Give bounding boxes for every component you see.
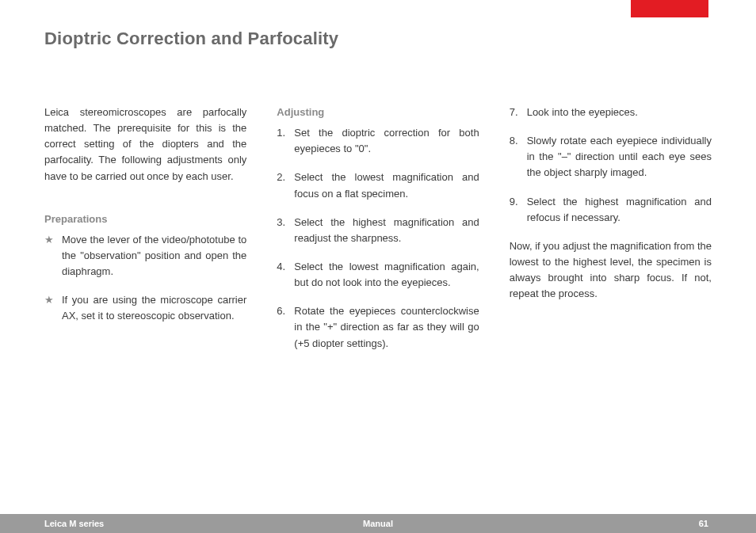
list-number: 9. [510, 194, 518, 210]
list-item-text: Set the dioptric correction for both eye… [294, 127, 479, 154]
list-item-text: Select the highest magnification and ref… [527, 196, 712, 223]
list-item: 4.Select the lowest magnification again,… [277, 259, 479, 291]
preparations-heading: Preparations [44, 211, 246, 227]
list-item: 3.Select the highest magnification and r… [277, 215, 479, 246]
list-item-text: Select the lowest magnification again, b… [294, 261, 479, 288]
list-item-text: If you are using the microscope carrier … [62, 294, 246, 322]
list-item-text: Select the lowest magnification and focu… [294, 171, 479, 199]
list-item: 2.Select the lowest magnification and fo… [277, 169, 479, 201]
page: Dioptric Correction and Parfocality Leic… [0, 0, 756, 533]
list-item-text: Slowly rotate each eyepiece individually… [527, 135, 712, 178]
list-number: 2. [277, 169, 285, 185]
content-columns: Leica stereomicroscopes are parfocally m… [44, 105, 712, 364]
column-3: 7.Look into the eyepieces. 8.Slowly rota… [510, 105, 712, 364]
list-item-text: Rotate the eyepieces counterclockwise in… [294, 305, 479, 348]
intro-paragraph: Leica stereomicroscopes are parfocally m… [44, 105, 246, 185]
star-icon: ★ [44, 292, 54, 308]
footer-left: Leica M series [44, 519, 104, 528]
list-item-text: Look into the eyepieces. [527, 106, 638, 118]
list-item-text: Select the highest magnification and rea… [294, 216, 479, 244]
star-icon: ★ [44, 232, 54, 248]
adjusting-list-a: 1.Set the dioptric correction for both e… [277, 125, 479, 352]
footer-page-number: 61 [699, 519, 708, 528]
list-item-text: Move the lever of the video/phototube to… [62, 234, 246, 277]
list-item: 6.Rotate the eyepieces counterclockwise … [277, 303, 479, 351]
list-number: 4. [277, 259, 285, 275]
list-item: ★ If you are using the microscope carrie… [44, 292, 246, 324]
column-2: Adjusting 1.Set the dioptric correction … [277, 105, 479, 364]
preparations-list: ★ Move the lever of the video/phototube … [44, 232, 246, 325]
page-footer: Leica M series Manual 61 [0, 514, 756, 533]
list-item: ★ Move the lever of the video/phototube … [44, 232, 246, 280]
list-item: 1.Set the dioptric correction for both e… [277, 125, 479, 157]
list-item: 8.Slowly rotate each eyepiece individual… [510, 133, 712, 181]
page-title: Dioptric Correction and Parfocality [44, 29, 338, 49]
footer-center: Manual [0, 519, 756, 528]
adjusting-heading: Adjusting [277, 105, 479, 120]
column-1: Leica stereomicroscopes are parfocally m… [44, 105, 246, 364]
list-number: 7. [510, 105, 518, 120]
list-item: 7.Look into the eyepieces. [510, 105, 712, 120]
list-number: 6. [277, 303, 285, 319]
corner-tab [631, 0, 708, 17]
list-item: 9.Select the highest magnification and r… [510, 194, 712, 226]
list-number: 8. [510, 133, 518, 149]
closing-paragraph: Now, if you adjust the magnification fro… [510, 238, 712, 303]
list-number: 1. [277, 125, 285, 141]
adjusting-list-b: 7.Look into the eyepieces. 8.Slowly rota… [510, 105, 712, 226]
list-number: 3. [277, 215, 285, 230]
